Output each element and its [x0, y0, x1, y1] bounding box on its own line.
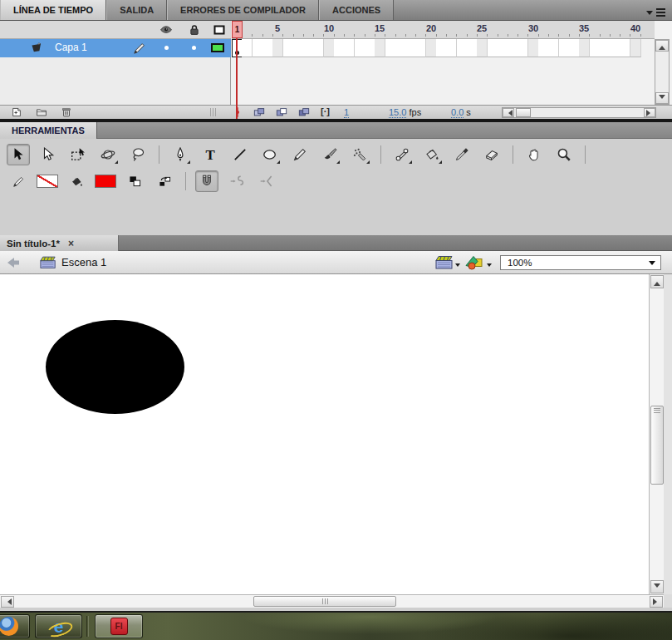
- stage-canvas[interactable]: [0, 274, 649, 594]
- layer-lock-dot[interactable]: [192, 46, 196, 50]
- lock-layers-icon[interactable]: [188, 23, 201, 37]
- hand-tool[interactable]: [522, 144, 546, 165]
- zoom-level-combobox[interactable]: 100%: [500, 255, 661, 270]
- scroll-left-button[interactable]: [503, 108, 514, 117]
- brush-tool[interactable]: [318, 144, 341, 165]
- default-colors-button[interactable]: [123, 170, 146, 192]
- frame-cell[interactable]: [579, 39, 590, 57]
- stroke-color-icon[interactable]: [7, 170, 30, 192]
- stage-vertical-scrollbar[interactable]: [649, 274, 664, 594]
- frame-cell[interactable]: [242, 39, 253, 57]
- scroll-up-button[interactable]: [655, 40, 669, 52]
- layer-outline-color-swatch[interactable]: [211, 43, 224, 52]
- scrollbar-thumb[interactable]: [516, 108, 531, 117]
- frame-cell[interactable]: [477, 39, 488, 57]
- outline-layers-icon[interactable]: [213, 23, 226, 37]
- new-folder-button[interactable]: [35, 106, 48, 118]
- panel-resize-grip[interactable]: [210, 108, 216, 116]
- show-hide-layers-icon[interactable]: [159, 23, 173, 37]
- panel-menu-button[interactable]: [646, 7, 665, 18]
- layer-row[interactable]: Capa 1: [0, 39, 231, 57]
- edit-symbols-button[interactable]: [465, 254, 492, 270]
- lasso-tool[interactable]: [126, 144, 150, 165]
- fill-color-icon[interactable]: [65, 170, 88, 192]
- frame-cell[interactable]: [620, 39, 630, 57]
- firefox-icon: [0, 617, 18, 636]
- frame-cell[interactable]: [446, 39, 457, 57]
- frame-cell[interactable]: [517, 39, 528, 57]
- panel-tab-l-nea-de-tiempo[interactable]: LÍNEA DE TIEMPO: [0, 0, 106, 20]
- panel-tab-salida[interactable]: SALIDA: [106, 0, 167, 20]
- scrollbar-thumb[interactable]: [253, 596, 396, 607]
- modify-onion-markers-button[interactable]: [·]: [321, 106, 330, 116]
- scroll-right-button[interactable]: [650, 596, 663, 608]
- scroll-left-button[interactable]: [1, 596, 14, 608]
- 3d-rotation-tool[interactable]: [96, 144, 120, 165]
- swap-colors-button[interactable]: [153, 170, 176, 192]
- pencil-tool[interactable]: [288, 144, 311, 165]
- scroll-down-button[interactable]: [650, 580, 664, 593]
- bone-tool[interactable]: [390, 144, 414, 165]
- free-transform-tool[interactable]: [66, 144, 90, 165]
- timeline-frames-area: 5101520253035401: [232, 21, 655, 105]
- firefox-taskbar-button[interactable]: [0, 614, 30, 638]
- scrollbar-thumb[interactable]: [650, 406, 664, 485]
- eyedropper-tool[interactable]: [450, 144, 473, 165]
- scroll-down-button[interactable]: [655, 92, 669, 104]
- frame-cell[interactable]: [344, 39, 355, 57]
- oval-tool[interactable]: [258, 144, 282, 165]
- frame-cell[interactable]: [272, 39, 283, 57]
- flash-taskbar-button[interactable]: Fl: [95, 614, 143, 638]
- current-frame-marker[interactable]: 1: [232, 21, 243, 38]
- edit-multiple-frames-button[interactable]: [297, 106, 311, 118]
- frame-cell[interactable]: [375, 39, 385, 57]
- spray-brush-tool[interactable]: [348, 144, 371, 165]
- frame-ruler[interactable]: 5101520253035401: [232, 21, 655, 39]
- fill-color-swatch[interactable]: [95, 175, 116, 188]
- straighten-button[interactable]: [255, 170, 278, 192]
- tab-herramientas[interactable]: HERRAMIENTAS: [0, 122, 97, 139]
- panel-tab-acciones[interactable]: ACCIONES: [319, 0, 394, 20]
- black-ellipse-shape[interactable]: [46, 320, 184, 414]
- timeline-horizontal-scrollbar[interactable]: [502, 107, 656, 118]
- layer-visibility-dot[interactable]: [164, 46, 169, 50]
- paint-bucket-tool[interactable]: [420, 144, 444, 165]
- frame-cell[interactable]: [630, 39, 641, 57]
- edit-scene-button[interactable]: [435, 254, 460, 270]
- document-tab[interactable]: Sin título-1* ×: [0, 235, 119, 251]
- timeline-vertical-scrollbar[interactable]: [655, 39, 670, 105]
- scroll-right-button[interactable]: [644, 108, 655, 117]
- subselection-tool[interactable]: [37, 144, 60, 165]
- onion-skin-button[interactable]: [253, 106, 266, 118]
- ruler-tick: [569, 34, 570, 37]
- delete-layer-button[interactable]: [60, 106, 73, 118]
- selection-tool[interactable]: [7, 144, 30, 165]
- spray-icon: [352, 147, 367, 162]
- close-icon[interactable]: ×: [68, 239, 74, 249]
- center-frame-button[interactable]: [231, 106, 244, 118]
- frame-cell[interactable]: [548, 39, 559, 57]
- frame-rate-indicator[interactable]: 15.0 fps: [389, 107, 421, 117]
- scroll-up-button[interactable]: [650, 275, 664, 288]
- panel-tab-errores-de-compilador[interactable]: ERRORES DE COMPILADOR: [167, 0, 319, 20]
- eraser-tool[interactable]: [480, 144, 503, 165]
- zoom-tool[interactable]: [552, 144, 576, 165]
- playhead-line[interactable]: [236, 38, 238, 119]
- pen-tool[interactable]: [169, 144, 192, 165]
- frame-cell[interactable]: [415, 39, 426, 57]
- frame-cell[interactable]: [313, 39, 324, 57]
- snap-to-objects-toggle[interactable]: [195, 170, 218, 192]
- internet-explorer-taskbar-button[interactable]: e: [35, 614, 82, 638]
- back-button[interactable]: [7, 257, 20, 268]
- text-tool[interactable]: [199, 144, 222, 165]
- new-layer-button[interactable]: [10, 106, 23, 118]
- stroke-color-swatch[interactable]: [37, 175, 58, 188]
- line-tool[interactable]: [228, 144, 252, 165]
- smooth-button[interactable]: [225, 170, 248, 192]
- layer-name[interactable]: Capa 1: [55, 42, 87, 53]
- onion-skin-outlines-button[interactable]: [275, 106, 288, 118]
- ruler-tick: [467, 34, 468, 37]
- clapperboard-icon: [435, 254, 454, 270]
- layer-frames-row[interactable]: [232, 39, 655, 57]
- stage-horizontal-scrollbar[interactable]: [0, 594, 664, 608]
